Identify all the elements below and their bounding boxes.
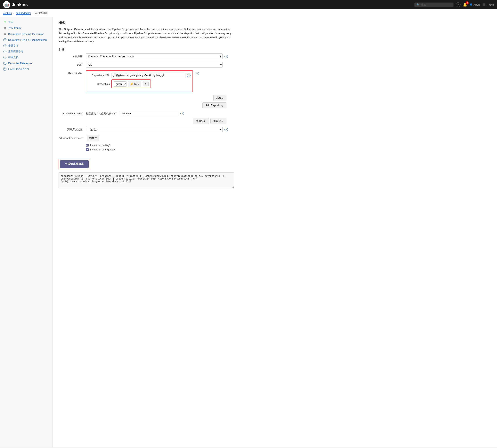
sidebar-link-snippet[interactable]: 片段生成器 [8,26,21,30]
user-icon: 👤 [469,3,473,6]
include-polling-checkbox[interactable] [86,144,89,146]
delete-branch-button[interactable]: 删除分支 [210,118,226,124]
online-doc-icon: ? [3,38,7,42]
source-browser-help-icon[interactable]: ? [225,128,228,131]
sidebar-link-steps-ref[interactable]: 步骤参考 [8,44,18,48]
add-cred-label: 添加 [134,82,139,86]
sidebar-link-online[interactable]: 在线文档 [8,56,18,59]
search-box[interactable]: 🔍 [414,2,453,7]
generate-section: 生成流水线脚本 [59,159,491,169]
additional-behaviours-row: Additional Behaviours 新增 ▼ [59,135,491,141]
repositories-help-icon[interactable]: ? [196,72,199,75]
breadcrumb: Jenkins › golangdocker › 流水线语法 [0,9,497,17]
sidebar-link-global-var[interactable]: 全局变量参考 [8,50,23,53]
logo: 🤖 Jenkins [3,1,28,8]
branches-label: Branches to build [59,112,84,115]
sidebar-item-steps-ref[interactable]: ? 步骤参考 [0,43,52,48]
scm-select[interactable]: Git [86,62,223,67]
include-polling-row: Include in polling? [59,144,491,146]
branches-row: Branches to build 指定分支（为空时代表any） ? [59,111,491,116]
sidebar-item-online[interactable]: ? 在线文档 [0,54,52,60]
branch-buttons: 增加分支 删除分支 [59,118,226,124]
sidebar-item-intellij[interactable]: ? IntelliJ IDEA GDSL [0,66,52,72]
breadcrumb-project[interactable]: golangdocker [16,12,31,15]
credentials-dropdown-button[interactable]: ▼ [143,81,149,86]
layout: ⬆ 返回 ⚙ 片段生成器 ⚙ Declarative Directive Gen… [0,17,497,448]
add-repository-button[interactable]: Add Repository [202,102,226,108]
branch-input[interactable] [120,111,178,116]
logo-text: Jenkins [12,2,28,7]
repo-url-label: Repository URL [88,74,110,77]
search-input[interactable] [421,3,448,6]
repo-url-help-icon[interactable]: ? [187,74,191,77]
generate-script-bold: Generate Pipeline Script [83,32,112,35]
add-branch-button[interactable]: 增加分支 [193,118,209,124]
breadcrumb-sep1: › [13,12,14,15]
include-changelog-checkbox[interactable] [86,148,89,151]
examples-icon: ? [3,62,7,65]
credentials-label: Credentials [88,82,110,85]
example-step-label: 示例步骤 [59,55,84,58]
new-behaviour-button[interactable]: 新增 ▼ [87,135,99,141]
repo-url-input[interactable] [111,73,185,78]
sidebar-item-online-doc[interactable]: ? Declarative Online Documentation [0,37,52,43]
add-credentials-button[interactable]: 🔑 添加 [128,81,141,87]
sidebar: ⬆ 返回 ⚙ 片段生成器 ⚙ Declarative Directive Gen… [0,17,53,448]
sidebar-item-examples[interactable]: ? Examples Reference [0,60,52,66]
include-changelog-row: Include in changelog? [59,148,491,151]
logout-button[interactable]: ⬛→ 注销 [482,3,494,6]
new-label: 新增 [89,136,94,140]
output-textarea[interactable]: checkout([$class: 'GitSCM', branches: [[… [59,173,234,188]
online-icon: ? [3,56,7,59]
user-name: Jarvis [473,3,480,6]
scm-row: SCM Git [59,62,491,67]
sidebar-link-return[interactable]: 返回 [8,20,13,24]
sidebar-link-examples[interactable]: Examples Reference [8,62,32,65]
user-menu[interactable]: 👤 Jarvis [469,3,480,6]
header: 🤖 Jenkins 🔍 ? 🔔 2 👤 Jarvis ⬛→ 注销 [0,0,497,9]
sidebar-link-online-doc[interactable]: Declarative Online Documentation [8,38,47,41]
intro-part1: This [59,28,64,31]
advanced-button[interactable]: 高级... [213,95,226,101]
logout-label: 注销 [489,3,494,6]
steps-ref-icon: ? [3,44,7,48]
logout-icon: ⬛→ [482,3,488,6]
header-help-icon[interactable]: ? [456,2,461,7]
branch-hint: 指定分支（为空时代表any） [86,112,118,115]
sidebar-item-return[interactable]: ⬆ 返回 [0,19,52,25]
example-step-help-icon[interactable]: ? [225,55,228,58]
notification-bell[interactable]: 🔔 2 [463,2,467,7]
example-step-row: 示例步骤 checkout: Check out from version co… [59,53,491,59]
directive-gear-icon: ⚙ [3,32,7,36]
generate-button[interactable]: 生成流水线脚本 [60,160,89,168]
advanced-row: 高级... [59,95,226,101]
snippet-gear-icon: ⚙ [3,26,7,30]
branches-help-icon[interactable]: ? [180,112,184,115]
sidebar-item-directive[interactable]: ⚙ Declarative Directive Generator [0,31,52,37]
sidebar-item-snippet[interactable]: ⚙ 片段生成器 [0,25,52,31]
dropdown-arrow: ▼ [95,137,97,140]
sidebar-link-intellij[interactable]: IntelliJ IDEA GDSL [8,68,30,71]
credentials-select[interactable]: gitlab [114,81,127,87]
include-changelog-label: Include in changelog? [90,148,115,151]
repositories-box: Repository URL ? Credentials gitlab 🔑 [86,70,193,92]
repo-url-row: Repository URL ? [88,73,191,78]
source-browser-select[interactable]: （自动） [86,127,223,132]
search-icon: 🔍 [416,3,419,6]
credentials-inner-box: gitlab 🔑 添加 ▼ [111,80,151,88]
return-icon: ⬆ [3,20,7,24]
repositories-label: Repositories [59,70,84,75]
sidebar-link-directive[interactable]: Declarative Directive Generator [8,32,44,35]
include-polling-label: Include in polling? [90,144,111,146]
generate-button-wrapper: 生成流水线脚本 [59,159,90,169]
breadcrumb-current: 流水线语法 [35,11,48,15]
breadcrumb-jenkins[interactable]: Jenkins [3,12,12,15]
source-browser-label: 源码库浏览器 [59,128,84,131]
sidebar-item-global-var[interactable]: ? 全局变量参考 [0,48,52,54]
credentials-row: Credentials gitlab 🔑 添加 ▼ [88,80,191,88]
steps-title: 步骤 [59,48,491,51]
additional-label: Additional Behaviours [59,137,85,140]
jenkins-icon: 🤖 [3,1,10,8]
notification-badge: 2 [465,1,469,4]
example-step-select[interactable]: checkout: Check out from version control [86,53,223,59]
